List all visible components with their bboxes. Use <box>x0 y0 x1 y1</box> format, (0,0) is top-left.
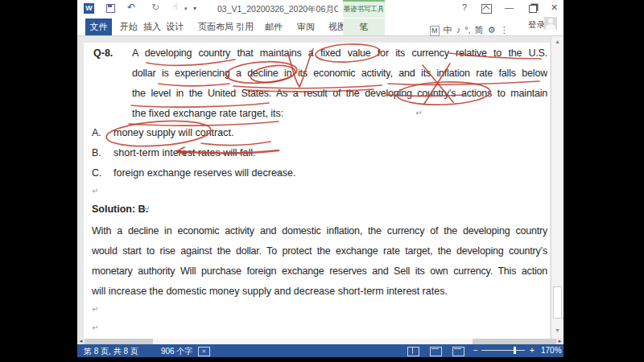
tab-pen[interactable]: 笔 <box>343 19 385 35</box>
scroll-left-icon[interactable]: ◄ <box>77 339 85 344</box>
help-button[interactable]: ? <box>462 2 467 12</box>
solution-label: Solution: B. <box>92 204 148 215</box>
proofing-errors-icon[interactable]: ✕ <box>198 347 210 356</box>
restore-button[interactable] <box>529 5 537 13</box>
tab-layout[interactable]: 页面布局 <box>198 19 233 35</box>
question-line: the fixed exchange rate target, its: <box>132 108 283 119</box>
option-letter: A. <box>92 127 101 138</box>
web-layout-button[interactable] <box>452 347 464 356</box>
ime-language-bar: M 中 ♪ °, 简 ⚙ ⋮ <box>430 24 510 36</box>
ribbon-display-options-icon[interactable] <box>481 4 492 14</box>
solution-line: With a decline in economic activity and … <box>92 225 547 239</box>
question-line: dollar is experiencing a decline in its … <box>132 68 547 81</box>
tab-design[interactable]: 设计 <box>166 19 184 35</box>
scroll-down-icon[interactable]: ▼ <box>551 325 564 336</box>
question-line: A developing country that maintains a fi… <box>132 47 547 61</box>
ime-mode-icon[interactable]: M <box>430 26 440 36</box>
paragraph-mark: ↵ <box>239 148 246 157</box>
paragraph-mark: ↵ <box>275 168 281 177</box>
zoom-slider-thumb[interactable] <box>514 347 516 354</box>
vertical-scrollbar-thumb[interactable] <box>553 286 562 319</box>
ime-sound-icon[interactable]: ♪ <box>456 25 461 35</box>
redo-icon[interactable]: ↻ <box>151 2 159 13</box>
title-bar: W ↶ ↻ ☝ ▾ ▾ 03_V1_20200326_2020年06月CFA一级… <box>77 0 564 19</box>
option-text: short-term interest rates will fall. <box>114 147 255 158</box>
zoom-out-button[interactable]: − <box>473 346 478 355</box>
undo-icon[interactable]: ↶ <box>127 2 135 13</box>
zoom-level[interactable]: 170% <box>541 346 562 355</box>
paragraph-mark: ↵ <box>92 323 98 332</box>
word-count[interactable]: 906 个字 <box>161 346 192 357</box>
paragraph-mark: ↵ <box>415 109 422 117</box>
option-text: foreign exchange reserves will decrease. <box>114 167 296 179</box>
scroll-right-icon[interactable]: ► <box>556 339 564 344</box>
zoom-in-button[interactable]: + <box>530 346 535 355</box>
contextual-tab-header: 墨迹书写工具 <box>343 0 385 18</box>
ime-settings-gear-icon[interactable]: ⚙ <box>488 25 496 35</box>
touch-mode-icon[interactable]: ☝ <box>172 2 178 12</box>
document-title: 03_V1_20200326_2020年06月CFA一级百题... <box>217 4 338 15</box>
page-indicator[interactable]: 第 8 页, 共 8 页 <box>84 346 138 357</box>
paragraph-mark: ↵ <box>143 204 150 213</box>
horizontal-scrollbar[interactable]: ◄ ► <box>77 339 564 344</box>
paragraph-mark: ↵ <box>92 305 98 314</box>
vertical-scrollbar[interactable]: ▲ ▼ <box>551 36 564 339</box>
tab-review[interactable]: 审阅 <box>297 19 315 35</box>
tab-home[interactable]: 开始 <box>120 19 138 35</box>
screen: W ↶ ↻ ☝ ▾ ▾ 03_V1_20200326_2020年06月CFA一级… <box>0 0 644 362</box>
option-letter: B. <box>92 147 101 158</box>
close-button[interactable]: ✕ <box>551 2 558 13</box>
option-letter: C. <box>92 167 102 179</box>
touch-mode-caret-icon[interactable]: ▾ <box>184 6 188 12</box>
tab-mailings[interactable]: 邮件 <box>265 19 283 35</box>
tab-file[interactable]: 文件 <box>85 19 112 35</box>
ime-simplified-toggle[interactable]: 简 <box>475 25 484 35</box>
word-app-icon: W <box>84 3 94 14</box>
option-text: money supply will contract. <box>114 127 233 138</box>
ime-punct-icon[interactable]: °, <box>464 25 470 35</box>
zoom-slider-track[interactable] <box>481 350 525 351</box>
tab-insert[interactable]: 插入 <box>143 19 161 35</box>
minimize-button[interactable]: — <box>505 2 514 12</box>
paragraph-mark: ↵ <box>92 187 98 195</box>
word-window: W ↶ ↻ ☝ ▾ ▾ 03_V1_20200326_2020年06月CFA一级… <box>77 0 564 357</box>
sign-in-link[interactable]: 登录 <box>528 19 545 31</box>
document-canvas[interactable]: Q-8. A developing country that maintains… <box>77 36 564 339</box>
solution-line: will increase the domestic money supply … <box>92 286 448 297</box>
horizontal-scrollbar-thumb[interactable] <box>153 339 473 344</box>
paragraph-mark: ↵ <box>219 128 225 137</box>
scroll-up-icon[interactable]: ▲ <box>551 36 564 47</box>
ime-chinese-toggle[interactable]: 中 <box>444 25 452 35</box>
read-mode-button[interactable] <box>407 347 419 356</box>
print-layout-button[interactable] <box>430 347 442 356</box>
ime-more-icon[interactable]: ⋮ <box>500 25 509 35</box>
tab-references[interactable]: 引用 <box>236 19 254 35</box>
save-icon[interactable] <box>106 4 115 13</box>
solution-line: monetary authority Will purchase foreign… <box>92 265 547 279</box>
paragraph-mark: ↵ <box>411 286 417 295</box>
status-bar: 第 8 页, 共 8 页 906 个字 ✕ − + 170% <box>77 344 564 357</box>
question-number: Q-8. <box>93 47 113 59</box>
solution-line: would start to rise against the dollar. … <box>92 245 547 259</box>
qat-customize-icon[interactable]: ▾ <box>193 5 196 12</box>
question-line: the level in the United States. As a res… <box>132 88 547 101</box>
avatar[interactable] <box>544 17 557 30</box>
